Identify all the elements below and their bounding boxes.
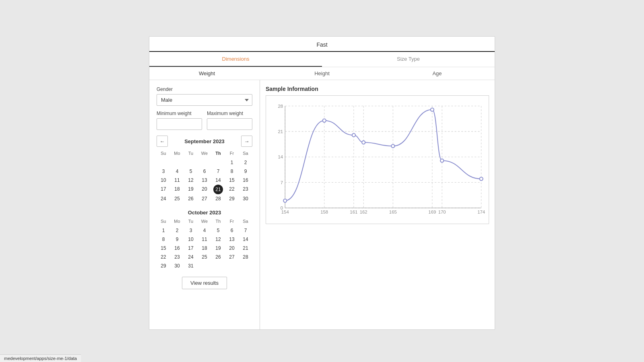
- calendar-day[interactable]: 3: [184, 226, 198, 235]
- calendar-day[interactable]: 24: [184, 253, 198, 261]
- oct-cal-grid: 1234567891011121314151617181920212223242…: [157, 226, 252, 270]
- calendar-day[interactable]: 31: [184, 261, 198, 270]
- calendar-day[interactable]: 9: [170, 235, 184, 244]
- calendar-day[interactable]: 28: [239, 253, 252, 261]
- calendar-day[interactable]: 21: [239, 244, 252, 253]
- calendar-day[interactable]: 8: [225, 167, 239, 176]
- calendar-day[interactable]: 10: [157, 176, 170, 185]
- tab-dimensions[interactable]: Dimensions: [149, 52, 322, 67]
- calendar-day[interactable]: 9: [239, 167, 252, 176]
- calendar-day[interactable]: 23: [239, 185, 252, 194]
- calendar-day[interactable]: 1: [157, 226, 170, 235]
- max-weight-label: Maximum weight: [207, 111, 252, 116]
- next-month-button[interactable]: →: [241, 136, 252, 147]
- calendar-day[interactable]: 13: [198, 176, 211, 185]
- left-panel: Gender Male Female Other Minimum weight …: [149, 80, 260, 329]
- view-results-button[interactable]: View results: [182, 277, 227, 289]
- calendar-day[interactable]: 12: [184, 176, 198, 185]
- calendar-day[interactable]: 2: [239, 158, 252, 167]
- tab-row: Dimensions Size Type: [149, 52, 495, 67]
- calendar-day[interactable]: 4: [170, 167, 184, 176]
- calendar-day[interactable]: 15: [157, 244, 170, 253]
- min-weight-label: Minimum weight: [157, 111, 202, 116]
- calendar-day[interactable]: 17: [184, 244, 198, 253]
- calendar-day[interactable]: 5: [184, 167, 198, 176]
- calendar-day[interactable]: 12: [211, 235, 225, 244]
- calendar-day[interactable]: 23: [170, 253, 184, 261]
- gender-select[interactable]: Male Female Other: [157, 94, 252, 106]
- svg-point-30: [352, 134, 355, 137]
- calendar-day[interactable]: 10: [184, 235, 198, 244]
- calendar-day[interactable]: 11: [170, 176, 184, 185]
- calendar-day[interactable]: 29: [157, 261, 170, 270]
- calendar-day[interactable]: 27: [198, 194, 211, 203]
- sep-cal-header: Su Mo Tu We Th Fr Sa: [157, 150, 252, 156]
- calendar-day[interactable]: 24: [157, 194, 170, 203]
- right-panel: Sample Information 071421281541581611621…: [260, 80, 495, 329]
- tab-size-type[interactable]: Size Type: [322, 52, 495, 67]
- september-title: September 2023: [168, 138, 241, 144]
- svg-point-35: [480, 177, 483, 180]
- calendar-day[interactable]: 6: [225, 226, 239, 235]
- calendar-day[interactable]: 17: [157, 185, 170, 194]
- calendar-day[interactable]: 28: [211, 194, 225, 203]
- min-weight-input[interactable]: [157, 118, 202, 130]
- calendar-day[interactable]: 18: [170, 185, 184, 194]
- svg-text:158: 158: [320, 210, 328, 214]
- calendar-day[interactable]: 16: [239, 176, 252, 185]
- sub-tab-row: Weight Height Age: [149, 67, 495, 80]
- october-calendar: Su Mo Tu We Th Fr Sa 1234567891011121314…: [157, 218, 252, 270]
- calendar-day[interactable]: 6: [198, 167, 211, 176]
- calendar-day[interactable]: 22: [225, 185, 239, 194]
- svg-text:170: 170: [438, 210, 446, 214]
- main-container: Fast Dimensions Size Type Weight Height …: [149, 36, 495, 330]
- calendar-day[interactable]: 15: [225, 176, 239, 185]
- calendar-day[interactable]: 30: [239, 194, 252, 203]
- calendar-day[interactable]: 13: [225, 235, 239, 244]
- calendar-day[interactable]: 4: [198, 226, 211, 235]
- svg-text:28: 28: [278, 104, 283, 109]
- svg-text:174: 174: [477, 210, 485, 214]
- calendar-day[interactable]: 2: [170, 226, 184, 235]
- calendar-day[interactable]: 25: [198, 253, 211, 261]
- prev-month-button[interactable]: ←: [157, 136, 168, 147]
- calendar-day[interactable]: 27: [225, 253, 239, 261]
- calendar-day: [225, 261, 239, 270]
- calendar-day[interactable]: 18: [198, 244, 211, 253]
- calendar-day[interactable]: 14: [239, 235, 252, 244]
- calendar-day[interactable]: 8: [157, 235, 170, 244]
- svg-point-33: [431, 108, 434, 111]
- calendar-day[interactable]: 19: [184, 185, 198, 194]
- calendar-day[interactable]: 14: [211, 176, 225, 185]
- calendar-day[interactable]: 5: [211, 226, 225, 235]
- max-weight-input[interactable]: [207, 118, 252, 130]
- calendar-day[interactable]: 29: [225, 194, 239, 203]
- calendar-day[interactable]: 20: [198, 185, 211, 194]
- calendar-day[interactable]: 7: [239, 226, 252, 235]
- calendar-day[interactable]: 26: [184, 194, 198, 203]
- calendar-day[interactable]: 26: [211, 253, 225, 261]
- calendar-day: [211, 261, 225, 270]
- calendar-day[interactable]: 30: [170, 261, 184, 270]
- sep-cal-grid: 1234567891011121314151617181920212223242…: [157, 158, 252, 203]
- calendar-day[interactable]: 21: [213, 185, 223, 194]
- sub-tab-height[interactable]: Height: [264, 67, 380, 80]
- calendar-day[interactable]: 22: [157, 253, 170, 261]
- calendar-day[interactable]: 11: [198, 235, 211, 244]
- calendar-day[interactable]: 1: [225, 158, 239, 167]
- calendar-day[interactable]: 7: [211, 167, 225, 176]
- september-calendar: Su Mo Tu We Th Fr Sa 1234567891011121314…: [157, 150, 252, 203]
- calendar-day[interactable]: 3: [157, 167, 170, 176]
- sub-tab-weight[interactable]: Weight: [149, 67, 264, 80]
- calendar-day[interactable]: 19: [211, 244, 225, 253]
- line-chart: 07142128154158161162165169170174: [269, 100, 485, 220]
- calendar-day[interactable]: 25: [170, 194, 184, 203]
- calendar-day[interactable]: 20: [225, 244, 239, 253]
- svg-point-32: [391, 144, 394, 148]
- calendar-day: [211, 158, 225, 167]
- svg-text:162: 162: [360, 210, 367, 214]
- calendar-nav-september: ← September 2023 →: [157, 136, 252, 147]
- calendar-day[interactable]: 16: [170, 244, 184, 253]
- sub-tab-age[interactable]: Age: [380, 67, 495, 80]
- svg-point-29: [323, 119, 326, 122]
